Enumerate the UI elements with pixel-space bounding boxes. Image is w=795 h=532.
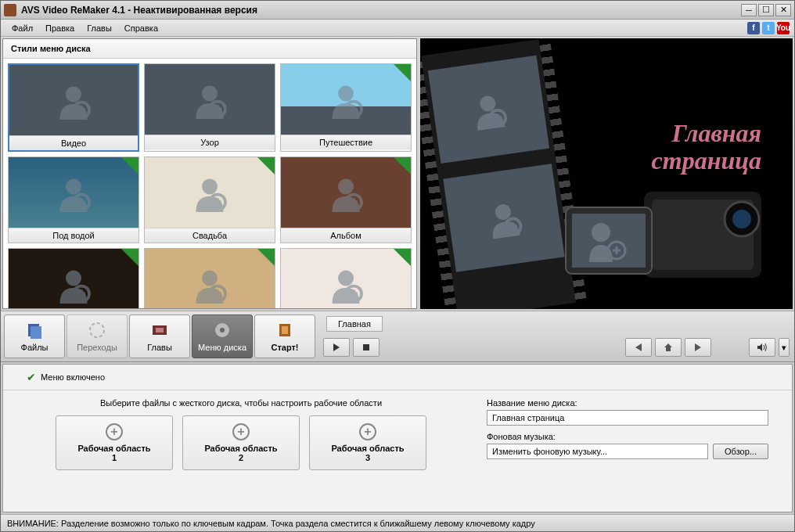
start-icon	[275, 321, 294, 340]
style-thumbnail	[281, 64, 411, 135]
workspace-label: Рабочая область 3	[331, 444, 404, 462]
style-tile[interactable]: Путешествие	[280, 63, 412, 152]
styles-panel: Стили меню диска ВидеоУзорПутешествиеПод…	[2, 38, 417, 309]
style-thumbnail	[9, 249, 138, 308]
style-thumbnail	[145, 249, 275, 308]
svg-rect-63	[363, 344, 369, 350]
music-input[interactable]	[487, 444, 708, 459]
download-badge-icon	[121, 249, 138, 266]
style-tile[interactable]: Свадьба	[144, 156, 275, 243]
download-badge-icon	[394, 157, 411, 174]
download-badge-icon	[394, 249, 411, 266]
style-label: Видео	[9, 135, 138, 150]
svg-point-4	[202, 86, 218, 102]
play-button[interactable]	[323, 338, 350, 357]
styles-grid: ВидеоУзорПутешествиеПод водойСвадьбаАльб…	[3, 59, 416, 308]
add-icon: +	[359, 423, 376, 440]
svg-point-32	[338, 271, 354, 286]
breadcrumb: Главная	[318, 311, 794, 338]
svg-point-50	[592, 223, 610, 242]
window-title: AVS Video ReMaker 4.1 - Неактивированная…	[21, 5, 741, 16]
statusbar: ВНИМАНИЕ: Разделение возможно только по …	[1, 514, 794, 531]
status-text: ВНИМАНИЕ: Разделение возможно только по …	[7, 519, 535, 528]
facebook-icon[interactable]: f	[747, 22, 760, 34]
volume-dropdown[interactable]: ▾	[779, 338, 790, 357]
workspace-tile[interactable]: +Рабочая область 2	[182, 415, 300, 470]
style-tile[interactable]: Божоле нуво	[144, 248, 275, 308]
workspace-label: Рабочая область 1	[77, 444, 150, 462]
svg-point-24	[66, 271, 81, 286]
workspace-label: Рабочая область 2	[204, 444, 277, 462]
files-icon	[25, 321, 44, 340]
close-button[interactable]: ✕	[775, 4, 791, 16]
volume-button[interactable]	[749, 338, 775, 357]
style-tile[interactable]: Альбом	[280, 156, 412, 243]
breadcrumb-item[interactable]: Главная	[326, 316, 383, 332]
bottom-panel: ✔ Меню включено Выберите файлы с жестког…	[2, 364, 793, 512]
svg-line-39	[497, 114, 498, 122]
menu-edit[interactable]: Правка	[39, 22, 81, 34]
add-icon: +	[106, 423, 123, 440]
home-button[interactable]	[655, 338, 682, 357]
svg-rect-55	[31, 326, 41, 339]
workspace-instruction: Выберите файлы с жесткого диска, чтобы н…	[27, 398, 455, 408]
transitions-button[interactable]: Переходы	[67, 315, 128, 358]
menu-chapters[interactable]: Главы	[81, 22, 118, 34]
style-label: Под водой	[9, 228, 138, 243]
style-tile[interactable]: Узор	[144, 63, 275, 152]
browse-button[interactable]: Обзор...	[713, 444, 768, 459]
style-thumbnail	[9, 157, 138, 228]
chapters-icon	[150, 321, 169, 340]
minimize-button[interactable]: ─	[741, 4, 757, 16]
panel-title: Стили меню диска	[3, 39, 416, 59]
style-thumbnail	[281, 249, 411, 308]
style-label: Узор	[145, 135, 275, 149]
style-label: Альбом	[281, 228, 411, 243]
svg-point-16	[202, 179, 218, 195]
maximize-button[interactable]: ☐	[758, 4, 774, 16]
menu-enabled-row: ✔ Меню включено	[3, 365, 792, 390]
style-tile[interactable]: Пирожное	[280, 248, 412, 308]
disc-menu-button[interactable]: Меню диска	[192, 315, 253, 358]
transitions-icon	[88, 321, 106, 340]
start-button[interactable]: Старт!	[254, 315, 315, 358]
download-badge-icon	[121, 157, 138, 174]
app-window: AVS Video ReMaker 4.1 - Неактивированная…	[0, 0, 795, 532]
camcorder-graphic	[558, 160, 777, 301]
workspace-tile[interactable]: +Рабочая область 1	[56, 415, 173, 470]
style-label: Свадьба	[145, 228, 275, 243]
files-button[interactable]: Файлы	[4, 315, 65, 358]
download-badge-icon	[257, 249, 275, 266]
menu-enabled-label: Меню включено	[41, 372, 105, 382]
svg-point-56	[90, 323, 104, 337]
menu-help[interactable]: Справка	[118, 22, 164, 34]
disc-icon	[213, 321, 232, 340]
style-tile[interactable]: Видео	[8, 63, 139, 152]
next-button[interactable]	[685, 338, 711, 357]
disc-title-input[interactable]	[487, 410, 768, 426]
app-icon	[4, 4, 16, 16]
style-thumbnail	[9, 65, 138, 135]
menu-file[interactable]: Файл	[5, 22, 39, 34]
chapters-button[interactable]: Главы	[129, 315, 190, 358]
svg-rect-62	[282, 326, 288, 334]
style-thumbnail	[145, 157, 275, 228]
style-tile[interactable]: День всех святых	[8, 248, 139, 308]
prev-button[interactable]	[625, 338, 652, 357]
preview-area: Главнаястраница • Просмотр •	[420, 38, 793, 309]
download-badge-icon	[257, 157, 275, 174]
style-tile[interactable]: Под водой	[8, 156, 139, 243]
svg-point-60	[220, 328, 225, 332]
svg-point-47	[732, 210, 751, 228]
workspace-tile[interactable]: +Рабочая область 3	[309, 415, 426, 470]
stop-button[interactable]	[353, 338, 380, 357]
svg-point-0	[66, 87, 81, 102]
twitter-icon[interactable]: t	[762, 22, 775, 34]
check-icon: ✔	[27, 371, 36, 383]
youtube-icon[interactable]: You	[777, 22, 790, 34]
svg-point-28	[202, 271, 218, 286]
add-icon: +	[232, 423, 250, 440]
titlebar: AVS Video ReMaker 4.1 - Неактивированная…	[1, 1, 794, 20]
svg-rect-58	[156, 328, 164, 332]
menubar: Файл Правка Главы Справка f t You	[1, 20, 794, 37]
